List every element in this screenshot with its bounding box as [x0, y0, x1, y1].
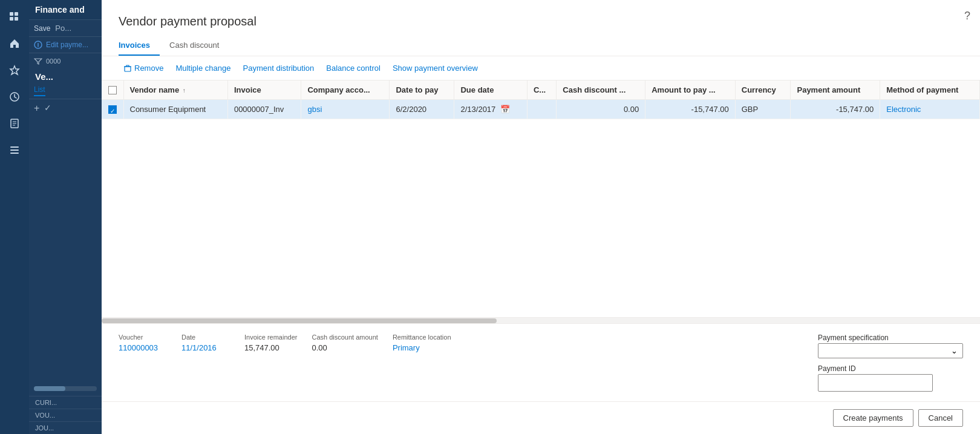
payment-spec-section: Payment specification ⌄ Payment ID: [818, 334, 963, 392]
vendor-payment-modal: ? Vendor payment proposal Invoices Cash …: [102, 0, 980, 434]
info-icon: [34, 41, 42, 49]
vendor-name-cell: Consumer Equipment: [123, 100, 227, 119]
multiple-change-btn[interactable]: Multiple change: [171, 61, 235, 75]
date-to-pay-header[interactable]: Date to pay: [390, 81, 454, 100]
payment-specification-field: Payment specification ⌄: [818, 334, 963, 358]
cur-section: CURI...: [29, 396, 102, 409]
save-btn[interactable]: Save: [34, 24, 50, 33]
list-icon[interactable]: [2, 138, 27, 162]
home-icon[interactable]: [2, 31, 27, 56]
row-checkbox[interactable]: [108, 105, 117, 114]
filter-icon[interactable]: [34, 57, 42, 65]
vendor-name-sort-icon: ↑: [183, 87, 186, 94]
invoices-table: Vendor name ↑ Invoice Company acco... Da…: [102, 81, 980, 119]
modal-footer: Create payments Cancel: [102, 401, 980, 434]
method-of-payment-header[interactable]: Method of payment: [880, 81, 980, 100]
svg-rect-7: [10, 146, 19, 148]
modal-tabs: Invoices Cash discount: [102, 36, 980, 56]
panel-title: Ve...: [35, 71, 53, 82]
remove-btn[interactable]: Remove: [119, 61, 168, 75]
grid-icon[interactable]: [2, 5, 27, 29]
due-date-header[interactable]: Due date: [454, 81, 527, 100]
edit-payment-btn[interactable]: Edit payme...: [46, 41, 88, 49]
svg-rect-0: [10, 12, 13, 16]
payment-id-input[interactable]: [818, 374, 933, 392]
payment-amount-header[interactable]: Payment amount: [791, 81, 880, 100]
payment-id-field: Payment ID: [818, 364, 963, 392]
table-scrollbar-thumb[interactable]: [102, 318, 497, 323]
payment-distribution-btn[interactable]: Payment distribution: [238, 61, 319, 75]
svg-rect-1: [15, 12, 18, 16]
notes-icon[interactable]: [2, 111, 27, 136]
tab-invoices[interactable]: Invoices: [119, 36, 160, 56]
add-item-btn[interactable]: +: [34, 103, 39, 114]
table-header-row: Vendor name ↑ Invoice Company acco... Da…: [102, 81, 980, 100]
remittance-location-label: Remittance location: [393, 334, 451, 341]
list-tab[interactable]: List: [34, 85, 45, 96]
cash-discount-cell: 0.00: [557, 100, 645, 119]
payment-id-label: Payment ID: [818, 364, 963, 373]
svg-rect-9: [10, 153, 19, 154]
table-row[interactable]: Consumer Equipment 00000007_Inv gbsi 6/2…: [102, 100, 980, 119]
invoice-header[interactable]: Invoice: [227, 81, 301, 100]
cancel-button[interactable]: Cancel: [918, 409, 963, 427]
app-title: Finance and: [35, 5, 85, 15]
select-all-checkbox[interactable]: [108, 86, 117, 94]
remove-icon: [123, 64, 132, 73]
create-payments-button[interactable]: Create payments: [833, 409, 913, 427]
show-payment-overview-btn[interactable]: Show payment overview: [388, 61, 483, 75]
help-icon[interactable]: ?: [964, 10, 970, 22]
payment-spec-value: [823, 346, 826, 355]
svg-rect-11: [125, 67, 131, 71]
vou-section: VOU...: [29, 409, 102, 421]
remittance-location-field: Remittance location Primary: [393, 334, 451, 352]
modal-actions-toolbar: Remove Multiple change Payment distribut…: [102, 56, 980, 81]
payment-specification-select[interactable]: ⌄: [818, 343, 963, 358]
detail-row-1: Voucher 110000003 Date 11/1/2016 Invoice…: [119, 334, 963, 392]
select-all-header[interactable]: [102, 81, 123, 100]
invoice-cell: 00000007_Inv: [227, 100, 301, 119]
invoice-remainder-label: Invoice remainder: [244, 334, 297, 341]
id-label: 0000: [46, 58, 60, 65]
balance-control-btn[interactable]: Balance control: [321, 61, 385, 75]
calendar-icon[interactable]: 📅: [500, 105, 510, 114]
modal-overlay: ? Vendor payment proposal Invoices Cash …: [102, 0, 980, 434]
cash-discount-header[interactable]: Cash discount ...: [557, 81, 645, 100]
c-header[interactable]: C...: [527, 81, 556, 100]
method-of-payment-cell[interactable]: Electronic: [880, 100, 980, 119]
voucher-value[interactable]: 110000003: [119, 343, 167, 352]
sidebar-nav: [0, 0, 29, 434]
clock-icon[interactable]: [2, 85, 27, 109]
svg-rect-8: [10, 150, 19, 151]
company-account-cell[interactable]: gbsi: [301, 100, 390, 119]
svg-marker-4: [10, 66, 19, 74]
voucher-label: Voucher: [119, 334, 167, 341]
amount-to-pay-header[interactable]: Amount to pay ...: [645, 81, 736, 100]
confirm-btn[interactable]: ✓: [44, 103, 51, 114]
star-icon[interactable]: [2, 58, 27, 82]
currency-header[interactable]: Currency: [735, 81, 791, 100]
company-account-header[interactable]: Company acco...: [301, 81, 390, 100]
invoice-remainder-field: Invoice remainder 15,747.00: [244, 334, 297, 352]
invoices-table-container: Vendor name ↑ Invoice Company acco... Da…: [102, 81, 980, 317]
payment-amount-cell: -15,747.00: [791, 100, 880, 119]
sidebar-panel: Finance and Save Po... Edit payme... 000…: [29, 0, 102, 434]
panel-toolbar: Save Po...: [29, 20, 102, 37]
currency-cell: GBP: [735, 100, 791, 119]
vendor-name-header[interactable]: Vendor name ↑: [123, 81, 227, 100]
cash-discount-amount-value: 0.00: [312, 343, 377, 352]
date-field: Date 11/1/2016: [181, 334, 230, 352]
date-to-pay-cell: 6/2/2020: [390, 100, 454, 119]
invoice-remainder-value: 15,747.00: [244, 343, 297, 352]
date-label: Date: [181, 334, 230, 341]
due-date-cell: 2/13/2017 📅: [454, 100, 527, 119]
table-horizontal-scrollbar[interactable]: [102, 317, 980, 323]
tab-cash-discount[interactable]: Cash discount: [169, 36, 229, 56]
row-checkbox-cell[interactable]: [102, 100, 123, 119]
cash-discount-amount-field: Cash discount amount 0.00: [312, 334, 377, 352]
payment-specification-label: Payment specification: [818, 334, 963, 342]
date-value[interactable]: 11/1/2016: [181, 343, 230, 352]
svg-rect-3: [15, 17, 18, 21]
cash-discount-amount-label: Cash discount amount: [312, 334, 377, 341]
remittance-location-value[interactable]: Primary: [393, 343, 451, 352]
